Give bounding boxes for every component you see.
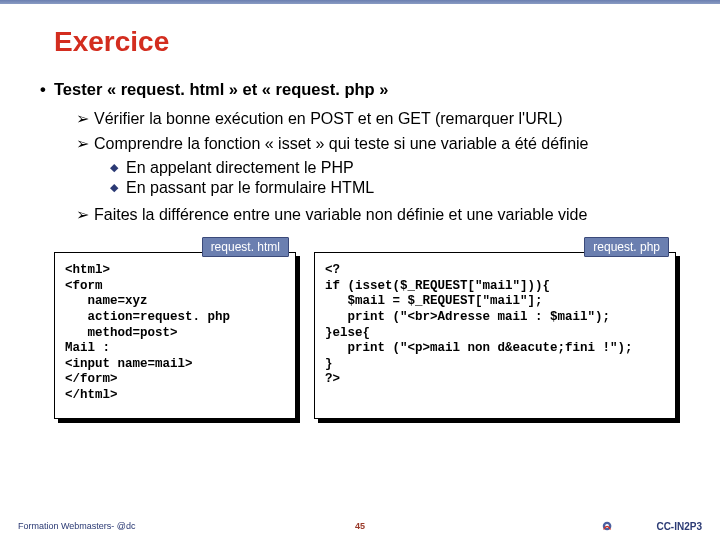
footer-logo: CC-IN2P3 — [601, 518, 702, 534]
code-box-php: request. php <? if (isset($_REQUEST["mai… — [314, 252, 676, 419]
bullet-3-text: Faites la différence entre une variable … — [94, 206, 587, 223]
footer-logo-text: CC-IN2P3 — [656, 521, 702, 532]
page-number: 45 — [355, 521, 365, 531]
bullet-main: •Tester « request. html » et « request. … — [40, 80, 676, 99]
code-html: <html> <form name=xyz action=request. ph… — [65, 263, 285, 404]
bullet-1: ➢Vérifier la bonne exécution en POST et … — [76, 109, 676, 128]
code-box-html: request. html <html> <form name=xyz acti… — [54, 252, 296, 419]
slide-title: Exercice — [54, 26, 676, 58]
bullet-1-text: Vérifier la bonne exécution en POST et e… — [94, 110, 562, 127]
bullet-3: ➢Faites la différence entre une variable… — [76, 205, 676, 224]
bullet-2a: ◆En appelant directement le PHP — [110, 159, 676, 177]
bullet-2a-text: En appelant directement le PHP — [126, 159, 354, 176]
code-php: <? if (isset($_REQUEST["mail"])){ $mail … — [325, 263, 665, 388]
code-tab-html: request. html — [202, 237, 289, 257]
bullet-2-text: Comprendre la fonction « isset » qui tes… — [94, 135, 589, 152]
code-tab-php: request. php — [584, 237, 669, 257]
footer-left: Formation Webmasters- @dc — [18, 521, 136, 531]
bullet-2: ➢Comprendre la fonction « isset » qui te… — [76, 134, 676, 153]
bullet-2b-text: En passant par le formulaire HTML — [126, 179, 374, 196]
bullet-main-text: Tester « request. html » et « request. p… — [54, 80, 388, 98]
bullet-2b: ◆En passant par le formulaire HTML — [110, 179, 676, 197]
